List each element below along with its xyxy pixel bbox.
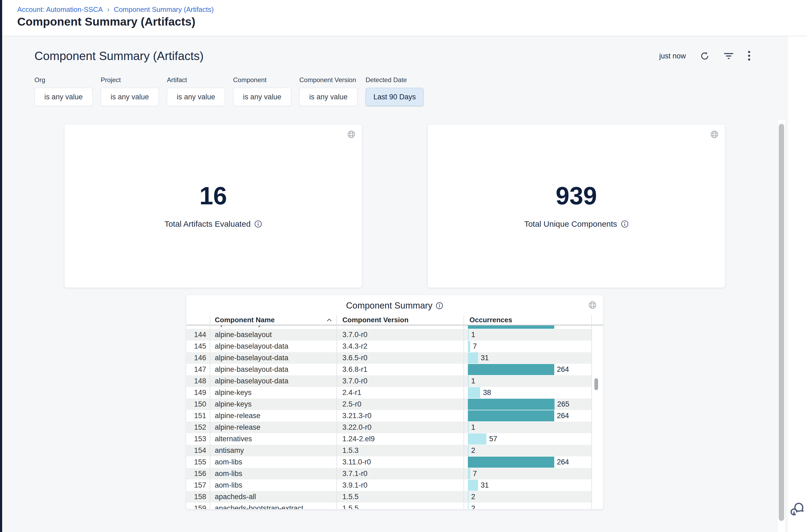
refresh-icon: [700, 51, 710, 61]
filter-item: Org is any value: [35, 76, 93, 106]
component-name-cell: alpine-baselayout-data: [210, 342, 337, 350]
globe-icon[interactable]: [710, 130, 718, 138]
column-header-component-name[interactable]: Component Name: [210, 316, 337, 324]
component-name-cell: alternatives: [210, 435, 337, 443]
occurrence-value: 7: [473, 342, 477, 350]
row-index: 152: [186, 423, 210, 432]
row-index: 151: [186, 412, 210, 420]
filter-value-button[interactable]: is any value: [167, 88, 225, 106]
row-index: 146: [186, 354, 210, 362]
table-row: 154 antisamy 1.5.3 2: [186, 445, 591, 456]
column-divider: [337, 315, 337, 509]
component-name-cell: alpine-keys: [210, 400, 337, 408]
stat-row: 16 Total Artifacts Evaluated: [64, 125, 725, 287]
occurrence-value: 264: [557, 325, 569, 327]
row-index: 147: [186, 365, 210, 374]
occurrence-value: 31: [481, 481, 489, 490]
breadcrumb-page-link[interactable]: Component Summary (Artifacts): [114, 5, 214, 14]
filter-toggle-button[interactable]: [724, 52, 734, 60]
page-scrollbar[interactable]: [777, 120, 786, 532]
occurrence-value: 2: [471, 493, 475, 501]
component-version-cell: 1.5.3: [337, 446, 463, 455]
occurrence-bar: [468, 491, 469, 502]
component-name-cell: aom-libs: [210, 470, 337, 478]
occurrences-cell: 1: [463, 329, 591, 341]
occurrences-cell: 1: [463, 375, 591, 387]
occurrence-value: 2: [471, 504, 475, 509]
component-version-cell: 3.7.0-r0: [337, 377, 463, 385]
occurrence-bar: [468, 422, 469, 433]
filter-icon: [724, 52, 734, 60]
info-icon[interactable]: [254, 220, 262, 228]
breadcrumb-account-link[interactable]: Account: Automation-SSCA: [17, 5, 103, 14]
occurrences-cell: 7: [463, 468, 591, 479]
occurrence-bar: [468, 387, 480, 398]
filter-item: Project is any value: [101, 76, 159, 106]
column-divider: [210, 315, 210, 509]
component-version-cell: 3.21.3-r0: [337, 412, 463, 420]
page-title: Component Summary (Artifacts): [17, 15, 195, 28]
left-nav-edge: [0, 0, 2, 532]
stat-value: 16: [199, 183, 227, 208]
filter-label: Artifact: [167, 76, 225, 84]
component-summary-card: Component Summary Component Name: [186, 295, 603, 509]
component-version-cell: 3.7.1-r0: [337, 470, 463, 478]
more-options-button[interactable]: [748, 51, 750, 61]
filter-value-button[interactable]: is any value: [233, 88, 291, 106]
component-version-cell: 3.7.0-r0: [337, 330, 463, 339]
table-row: 158 apacheds-all 1.5.5 2: [186, 491, 591, 503]
occurrence-bar: [468, 480, 478, 491]
table-row: 147 alpine-baselayout-data 3.6.8-r1 264: [186, 364, 591, 375]
occurrence-bar: [468, 364, 554, 375]
column-header-component-version[interactable]: Component Version: [337, 316, 463, 324]
table-row: 159 apacheds-bootstrap-extract 1.5.5 2: [186, 503, 591, 509]
page-scrollbar-thumb[interactable]: [779, 124, 784, 521]
refresh-button[interactable]: [700, 51, 710, 61]
breadcrumb: Account: Automation-SSCA › Component Sum…: [17, 5, 214, 14]
row-index: 143: [186, 325, 210, 327]
component-version-cell: 3.6.5-r0: [337, 354, 463, 362]
filter-item: Component is any value: [233, 76, 291, 106]
component-version-cell: 3.11.0-r0: [337, 458, 463, 466]
occurrence-bar: [468, 457, 554, 468]
component-version-cell: 2.5-r0: [337, 400, 463, 408]
table-title-row: Component Summary: [186, 301, 603, 311]
occurrence-bar: [468, 376, 469, 386]
column-header-occurrences[interactable]: Occurrences: [463, 316, 603, 324]
component-name-cell: alpine-baselayout: [210, 330, 337, 339]
info-icon[interactable]: [621, 220, 629, 228]
occurrence-value: 264: [557, 458, 569, 466]
filter-value-button[interactable]: is any value: [299, 88, 358, 106]
table-row: 149 alpine-keys 2.4-r1 38: [186, 387, 591, 398]
table-row: 151 alpine-release 3.21.3-r0 264: [186, 410, 591, 422]
filter-value-button[interactable]: Last 90 Days: [366, 88, 424, 106]
component-name-cell: alpine-baselayout-data: [210, 354, 337, 362]
filter-bar: Org is any value Project is any value Ar…: [35, 76, 424, 106]
info-icon[interactable]: [436, 302, 443, 309]
chat-bubbles-icon[interactable]: [789, 500, 805, 517]
filter-value-button[interactable]: is any value: [101, 88, 159, 106]
filter-value-button[interactable]: is any value: [35, 88, 93, 106]
component-name-cell: aom-libs: [210, 481, 337, 490]
table-row: 157 aom-libs 3.9.1-r0 31: [186, 479, 591, 491]
occurrence-bar: [468, 341, 470, 352]
occurrences-cell: 264: [463, 456, 591, 468]
table-row: 148 alpine-baselayout-data 3.7.0-r0 1: [186, 375, 591, 387]
globe-icon[interactable]: [347, 130, 355, 138]
occurrence-bar: [468, 445, 469, 456]
top-header: Account: Automation-SSCA › Component Sum…: [2, 0, 807, 36]
page-root: Account: Automation-SSCA › Component Sum…: [0, 0, 807, 532]
occurrences-cell: 2: [463, 491, 591, 503]
table-scrollbar-thumb[interactable]: [594, 378, 598, 390]
component-name-cell: alpine-release: [210, 423, 337, 432]
occurrence-value: 264: [557, 365, 569, 374]
table-row: 150 alpine-keys 2.5-r0 265: [186, 398, 591, 410]
row-index: 153: [186, 435, 210, 443]
occurrences-cell: 265: [463, 398, 591, 410]
table-title: Component Summary: [346, 301, 433, 311]
table-row: 143 alpine-baselayout 3.6.8-r1 264: [186, 325, 591, 329]
component-name-cell: alpine-baselayout: [210, 325, 337, 327]
occurrence-bar: [468, 468, 470, 479]
component-version-cell: 2.4-r1: [337, 388, 463, 397]
occurrence-value: 1: [471, 330, 475, 339]
